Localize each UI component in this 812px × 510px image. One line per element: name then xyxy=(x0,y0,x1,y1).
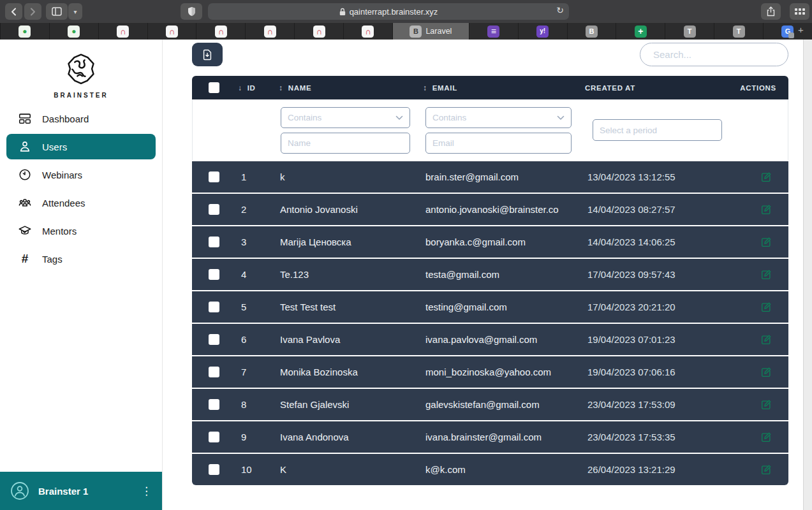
screen: ▾ qainterrapt.brainster.xyz ↻ xyxy=(0,0,812,510)
kebab-menu-button[interactable]: ⋮ xyxy=(141,486,152,497)
cell-name: Monika Bozinoska xyxy=(280,356,417,388)
table-row: 8 Stefan Gjalevski galevskistefan@gmail.… xyxy=(192,388,788,420)
tab-favicon xyxy=(313,26,325,38)
row-checkbox[interactable] xyxy=(209,237,219,247)
privacy-shield-button[interactable] xyxy=(181,3,202,20)
browser-tab[interactable] xyxy=(469,23,518,40)
row-checkbox[interactable] xyxy=(209,302,219,312)
name-filter-input[interactable] xyxy=(281,133,410,154)
shield-icon xyxy=(188,6,196,17)
table-row: 2 Antonio Jovanoski antonio.jovanoski@br… xyxy=(192,193,788,225)
edit-row-button[interactable] xyxy=(760,334,772,346)
cell-created-at: 14/04/2023 14:06:25 xyxy=(587,226,675,258)
row-checkbox[interactable] xyxy=(209,464,219,475)
main-content: ↓ ID ↕ NAME ↕ EMAIL CREATED AT ACTIONS xyxy=(163,40,803,510)
sidebar-item-dashboard[interactable]: Dashboard xyxy=(6,106,156,131)
browser-tab[interactable]: T xyxy=(714,23,763,40)
column-header-name[interactable]: ↕ NAME xyxy=(279,76,311,99)
chevron-down-icon xyxy=(395,115,403,120)
cell-id: 7 xyxy=(241,356,246,388)
tab-favicon xyxy=(18,26,31,38)
browser-tab[interactable] xyxy=(343,23,392,40)
column-header-id[interactable]: ↓ ID xyxy=(238,76,256,99)
cell-created-at: 23/04/2023 17:53:35 xyxy=(587,421,675,453)
browser-tab[interactable] xyxy=(196,23,245,40)
back-button[interactable] xyxy=(5,3,22,20)
sidebar-item-label: Attendees xyxy=(42,198,85,208)
browser-tab[interactable] xyxy=(49,23,98,40)
tab-favicon xyxy=(362,26,374,38)
sidebar-item-mentors[interactable]: Mentors xyxy=(6,218,156,244)
scrollbar-track[interactable] xyxy=(803,40,812,510)
url-bar[interactable]: qainterrapt.brainster.xyz ↻ xyxy=(208,3,569,20)
edit-row-button[interactable] xyxy=(760,432,772,443)
edit-pencil-icon xyxy=(760,432,772,443)
cell-name: Ivana Pavlova xyxy=(280,324,417,355)
edit-row-button[interactable] xyxy=(760,464,772,476)
cell-id: 8 xyxy=(241,389,246,420)
edit-row-button[interactable] xyxy=(760,302,772,313)
row-checkbox[interactable] xyxy=(209,399,219,410)
edit-pencil-icon xyxy=(760,399,772,411)
row-checkbox[interactable] xyxy=(209,334,219,345)
edit-row-button[interactable] xyxy=(760,204,772,215)
table-row: 10 K k@k.com 26/04/2023 13:21:29 xyxy=(192,453,788,485)
select-all-checkbox[interactable] xyxy=(209,82,219,93)
browser-tab[interactable]: B Laravel xyxy=(392,23,469,40)
edit-row-button[interactable] xyxy=(760,237,772,248)
sidebar-item-webinars[interactable]: Webinars xyxy=(6,162,156,187)
edit-row-button[interactable] xyxy=(760,269,772,280)
export-button[interactable] xyxy=(192,43,223,66)
browser-tab[interactable] xyxy=(294,23,343,40)
new-tab-button[interactable]: + xyxy=(798,24,804,35)
email-filter-input[interactable] xyxy=(425,133,572,154)
users-table: ↓ ID ↕ NAME ↕ EMAIL CREATED AT ACTIONS xyxy=(192,76,788,485)
edit-row-button[interactable] xyxy=(760,171,772,183)
share-button[interactable] xyxy=(761,3,781,20)
reload-button[interactable]: ↻ xyxy=(556,5,564,15)
browser-tab[interactable] xyxy=(0,23,49,40)
row-checkbox[interactable] xyxy=(209,367,219,377)
sidebar-item-attendees[interactable]: Attendees xyxy=(6,190,156,215)
cell-email: boryanka.c@gmail.com xyxy=(425,226,582,258)
browser-tab[interactable]: y! xyxy=(518,23,567,40)
tab-favicon: T xyxy=(684,26,696,38)
search-input[interactable] xyxy=(653,49,780,60)
edit-pencil-icon xyxy=(760,269,772,280)
column-header-created-at: CREATED AT xyxy=(585,76,635,99)
lock-icon xyxy=(339,8,346,16)
sidebar-item-users[interactable]: Users xyxy=(6,134,156,159)
name-operator-select[interactable]: Contains xyxy=(281,107,410,128)
download-document-icon xyxy=(201,48,214,61)
row-checkbox[interactable] xyxy=(209,171,219,182)
period-filter-input[interactable] xyxy=(593,119,722,141)
cell-name: k xyxy=(280,161,417,193)
cell-email: ivana.pavlova@gmail.com xyxy=(425,324,582,355)
table-row: 7 Monika Bozinoska moni_bozinoska@yahoo.… xyxy=(192,355,788,388)
edit-row-button[interactable] xyxy=(760,367,772,378)
browser-tab[interactable]: G xyxy=(763,23,812,40)
row-checkbox[interactable] xyxy=(209,269,219,280)
column-header-email[interactable]: ↕ EMAIL xyxy=(423,76,457,99)
user-bar[interactable]: Brainster 1 ⋮ xyxy=(0,472,162,510)
sidebar-toggle-button[interactable] xyxy=(46,3,68,20)
browser-tab[interactable] xyxy=(98,23,147,40)
sort-desc-icon: ↓ xyxy=(238,84,242,92)
browser-tab[interactable] xyxy=(245,23,294,40)
row-checkbox[interactable] xyxy=(209,204,219,215)
email-operator-select[interactable]: Contains xyxy=(425,107,572,128)
sidebar-item-tags[interactable]: # Tags xyxy=(6,246,156,272)
browser-tab[interactable]: T xyxy=(665,23,714,40)
chevron-left-icon xyxy=(11,8,17,16)
cell-name: Antonio Jovanoski xyxy=(280,194,417,225)
sidebar-dropdown-button[interactable]: ▾ xyxy=(68,3,82,20)
table-header: ↓ ID ↕ NAME ↕ EMAIL CREATED AT ACTIONS xyxy=(192,76,788,99)
browser-tab[interactable] xyxy=(616,23,665,40)
browser-tab[interactable]: B xyxy=(567,23,616,40)
browser-tab[interactable] xyxy=(147,23,196,40)
forward-button[interactable] xyxy=(24,3,41,20)
tab-overview-button[interactable] xyxy=(790,3,809,20)
cell-email: moni_bozinoska@yahoo.com xyxy=(425,356,582,388)
edit-row-button[interactable] xyxy=(760,399,772,411)
row-checkbox[interactable] xyxy=(209,432,219,442)
